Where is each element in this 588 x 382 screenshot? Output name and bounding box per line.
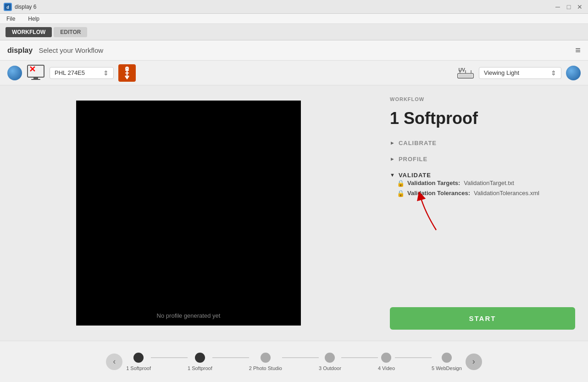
tab-workflow[interactable]: WORKFLOW [6, 27, 52, 37]
profile-section[interactable]: ► PROFILE [390, 155, 575, 163]
menu-help[interactable]: Help [25, 15, 42, 23]
monitor-icon-area: ✕ [27, 64, 45, 82]
nav-item-webdesign[interactable]: 5 WebDesign [432, 353, 462, 371]
validate-tolerances-value: ValidationTolerances.xml [474, 190, 539, 197]
menubar: File Help [0, 14, 588, 24]
titlebar-title: display 6 [15, 4, 36, 10]
light-select-text: Viewing Light [484, 69, 548, 76]
device-select-arrow-icon: ⇕ [103, 69, 109, 77]
nav-item-outdoor[interactable]: 3 Outdoor [319, 353, 341, 371]
nav-dot-softproof1 [133, 353, 144, 363]
calibrate-arrow-icon: ► [390, 140, 395, 146]
header-right: ≡ [575, 45, 581, 56]
header-subtitle: Select your Workflow [39, 46, 103, 54]
nav-dot-photostudio [261, 353, 271, 363]
validate-targets-key: Validation Targets: [407, 180, 460, 186]
globe-icon-left[interactable] [7, 66, 22, 80]
minimize-button[interactable]: ─ [553, 2, 562, 11]
workflow-title: 1 Softproof [390, 109, 575, 128]
device-select-text: PHL 274E5 [55, 69, 100, 76]
nav-connector-1 [151, 357, 188, 358]
svg-text:d: d [6, 5, 9, 10]
header-app-name: display Select your Workflow [7, 46, 103, 55]
bottom-nav: ‹ 1 Softproof 1 Softproof 2 Photo Studio… [0, 341, 588, 382]
validate-item-tolerances: 🔒 Validation Tolerances: ValidationToler… [397, 190, 575, 197]
nav-item-photostudio[interactable]: 2 Photo Studio [249, 353, 282, 371]
nav-label-video: 4 Video [378, 365, 395, 371]
nav-dot-outdoor [325, 353, 335, 363]
app-icon: d [4, 3, 12, 11]
light-select[interactable]: Viewing Light ⇕ [479, 67, 561, 79]
close-button[interactable]: ✕ [575, 2, 584, 11]
uv-icon: UV [457, 65, 474, 81]
preview-area: No profile generated yet [0, 85, 377, 341]
header-row: display Select your Workflow ≡ [0, 40, 588, 61]
calibrate-label: CALIBRATE [399, 140, 437, 146]
validate-section-header[interactable]: ▼ VALIDATE [390, 171, 575, 180]
titlebar-left: d display 6 [4, 3, 36, 11]
profile-arrow-icon: ► [390, 156, 395, 162]
validate-section: ▼ VALIDATE 🔒 Validation Targets: Validat… [390, 171, 575, 197]
nav-connector-4 [341, 357, 378, 358]
nav-item-video[interactable]: 4 Video [378, 353, 395, 371]
nav-dot-softproof2 [195, 353, 205, 363]
nav-connector-5 [395, 357, 432, 358]
workflow-section-label: WORKFLOW [390, 96, 575, 102]
lock-icon-tolerances: 🔒 [397, 190, 404, 197]
nav-label-outdoor: 3 Outdoor [319, 365, 341, 371]
validate-label: VALIDATE [399, 172, 431, 179]
main-content: No profile generated yet WORKFLOW 1 Soft… [0, 85, 588, 341]
calibrate-section[interactable]: ► CALIBRATE [390, 139, 575, 147]
preview-container: No profile generated yet [76, 101, 301, 326]
nav-connector-2 [212, 357, 249, 358]
uv-icon-area: UV [457, 64, 474, 82]
validate-items: 🔒 Validation Targets: ValidationTarget.t… [397, 180, 575, 197]
validate-tolerances-key: Validation Tolerances: [407, 190, 470, 197]
usb-icon-area[interactable] [118, 64, 136, 82]
nav-label-webdesign: 5 WebDesign [432, 365, 462, 371]
nav-label-photostudio: 2 Photo Studio [249, 365, 282, 371]
titlebar-controls: ─ □ ✕ [553, 2, 584, 11]
validate-arrow-icon: ▼ [390, 172, 395, 178]
globe-icon-right[interactable] [566, 66, 581, 80]
nav-dot-webdesign [442, 353, 452, 363]
lock-icon-targets: 🔒 [397, 180, 404, 187]
nav-items: 1 Softproof 1 Softproof 2 Photo Studio 3… [126, 353, 462, 371]
device-select[interactable]: PHL 274E5 ⇕ [50, 67, 114, 79]
validate-targets-value: ValidationTarget.txt [464, 180, 514, 186]
svg-rect-13 [459, 74, 472, 77]
toolbar: WORKFLOW EDITOR [0, 24, 588, 40]
workflow-panel: WORKFLOW 1 Softproof ► CALIBRATE ► PROFI… [377, 85, 588, 341]
nav-item-softproof2[interactable]: 1 Softproof [188, 353, 212, 371]
nav-next-button[interactable]: › [466, 354, 482, 370]
header-left: display Select your Workflow [7, 46, 103, 55]
usb-icon [122, 67, 132, 79]
preview-black: No profile generated yet [76, 101, 301, 326]
menu-file[interactable]: File [4, 15, 18, 23]
preview-label: No profile generated yet [157, 312, 221, 319]
nav-prev-button[interactable]: ‹ [106, 354, 122, 370]
nav-connector-3 [282, 357, 319, 358]
light-select-arrow-icon: ⇕ [551, 69, 556, 77]
svg-text:UV: UV [458, 67, 465, 73]
nav-dot-video [381, 353, 391, 363]
nav-label-softproof1: 1 Softproof [126, 365, 151, 371]
svg-rect-4 [31, 79, 40, 80]
start-button[interactable]: START [390, 307, 575, 330]
device-bar: ✕ PHL 274E5 ⇕ UV Viewing Light ⇕ [0, 61, 588, 85]
validate-item-targets: 🔒 Validation Targets: ValidationTarget.t… [397, 180, 575, 187]
profile-label: PROFILE [399, 156, 427, 163]
svg-rect-3 [33, 77, 38, 79]
titlebar: d display 6 ─ □ ✕ [0, 0, 588, 14]
nav-label-softproof2: 1 Softproof [188, 365, 212, 371]
nav-item-softproof1[interactable]: 1 Softproof [126, 353, 151, 371]
hamburger-icon[interactable]: ≡ [575, 45, 581, 56]
tab-editor[interactable]: EDITOR [54, 27, 87, 37]
device-bar-right: UV Viewing Light ⇕ [457, 64, 581, 82]
monitor-x-icon: ✕ [29, 65, 36, 73]
maximize-button[interactable]: □ [564, 2, 573, 11]
